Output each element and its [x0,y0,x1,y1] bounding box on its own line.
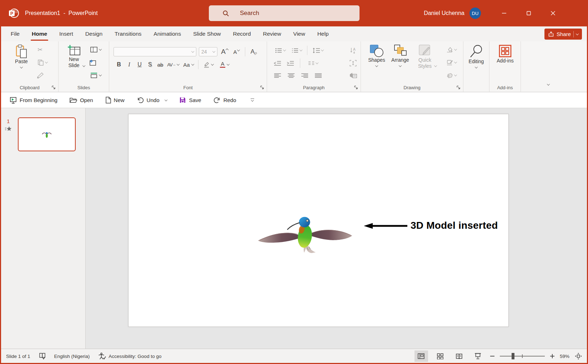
tab-home[interactable]: Home [26,26,53,41]
format-painter-button[interactable] [35,71,45,80]
slide-canvas[interactable]: 3D Model inserted [128,114,509,327]
numbering-button[interactable] [289,46,304,55]
zoom-slider-midpoint-tick [522,354,523,358]
reading-view-button[interactable] [452,350,466,362]
fit-slide-to-window-button[interactable] [575,353,582,360]
slide-thumbnail-1[interactable] [18,117,76,151]
from-beginning-button[interactable]: From Beginning [10,97,57,104]
search-input[interactable]: Search [209,5,360,21]
zoom-slider-thumb[interactable] [512,353,514,359]
tab-transitions[interactable]: Transitions [109,26,147,41]
zoom-out-button[interactable] [490,354,494,358]
bold-button[interactable]: B [114,60,124,69]
editing-button[interactable]: Editing [466,44,486,69]
collapse-ribbon-button[interactable] [544,80,553,89]
open-folder-icon [70,97,77,103]
increase-indent-button[interactable] [286,59,295,68]
font-color-button[interactable]: A [217,60,232,69]
normal-view-button[interactable] [414,350,428,362]
clear-formatting-button[interactable]: A [249,47,258,56]
tab-file[interactable]: File [5,26,26,41]
save-button[interactable]: Save [179,97,201,103]
slide-thumbnail-panel[interactable]: 1 [1,108,86,349]
font-name-combobox[interactable] [114,47,196,56]
tab-record[interactable]: Record [227,26,257,41]
zoom-in-button[interactable] [550,354,554,358]
underline-button[interactable]: U [135,60,144,69]
numbering-icon [292,48,298,53]
text-direction-button[interactable]: A [348,46,358,55]
align-center-button[interactable] [286,71,296,80]
decrease-indent-button[interactable] [273,59,282,68]
redo-button[interactable]: Redo [213,97,236,103]
align-right-button[interactable] [300,71,309,80]
share-chevron-down-icon [576,32,579,35]
drawing-dialog-launcher[interactable] [456,85,461,90]
quick-styles-button[interactable]: Quick Styles [414,44,436,69]
slideshow-view-button[interactable] [471,350,485,362]
shape-outline-icon [447,60,453,65]
avatar[interactable]: DU [469,7,481,19]
new-slide-button[interactable]: New Slide [63,44,85,69]
shrink-font-button[interactable]: A [232,47,241,56]
columns-button[interactable] [305,59,321,68]
shape-effects-button[interactable] [444,71,459,80]
reset-slide-button[interactable] [88,58,97,67]
new-button[interactable]: New [105,97,125,103]
tab-slide-show[interactable]: Slide Show [187,26,227,41]
animation-star-icon[interactable] [5,126,12,133]
cut-button[interactable]: ✂ [35,45,45,54]
arrange-button[interactable]: Arrange [390,44,411,67]
tab-design[interactable]: Design [79,26,109,41]
zoom-level[interactable]: 59% [560,354,569,359]
font-size-combobox[interactable]: 24 [199,47,217,56]
tab-insert[interactable]: Insert [53,26,79,41]
copy-button[interactable] [35,58,50,67]
tab-view[interactable]: View [287,26,311,41]
shapes-button[interactable]: Shapes [367,44,387,67]
language-button[interactable]: English (Nigeria) [54,354,90,359]
minimize-button[interactable] [496,0,512,26]
bullets-icon [275,48,282,53]
text-shadow-button[interactable]: S [145,60,155,69]
grow-font-button[interactable]: A [220,47,229,56]
slide-sorter-view-button[interactable] [433,350,447,362]
font-dialog-launcher[interactable] [260,85,265,90]
undo-button[interactable]: Undo [137,97,167,103]
shape-fill-button[interactable] [444,45,459,54]
paragraph-dialog-launcher[interactable] [354,85,359,90]
align-left-button[interactable] [273,71,282,80]
change-case-chevron-down-icon [191,62,194,65]
share-button[interactable]: Share [544,29,582,40]
section-chevron-down-icon [99,73,101,76]
align-text-button[interactable] [348,59,358,68]
strikethrough-button[interactable]: ab [156,60,165,69]
tab-review[interactable]: Review [257,26,287,41]
justify-button[interactable] [313,71,323,80]
accessibility-checker-button[interactable]: Accessibility: Good to go [98,353,161,360]
change-case-button[interactable]: Aa [181,60,196,69]
italic-button[interactable]: I [125,60,134,69]
3d-model-hummingbird[interactable] [256,213,354,253]
text-highlight-button[interactable] [201,60,216,69]
quick-styles-label: Quick Styles [417,57,433,69]
clipboard-dialog-launcher[interactable] [51,85,56,90]
open-button[interactable]: Open [70,97,93,103]
spell-check-button[interactable] [39,353,46,360]
line-spacing-button[interactable] [310,46,326,55]
bullets-button[interactable] [273,46,288,55]
addins-button[interactable]: Add-ins [495,44,516,64]
character-spacing-button[interactable]: AV ↔ [166,60,180,69]
qat-overflow-button[interactable] [251,98,254,102]
tab-animations[interactable]: Animations [147,26,187,41]
section-button[interactable] [88,71,104,80]
maximize-button[interactable] [521,0,537,26]
zoom-slider[interactable] [500,356,545,357]
shape-outline-button[interactable] [444,58,459,67]
slide-layout-button[interactable] [88,45,104,54]
convert-to-smartart-button[interactable] [348,71,358,80]
tab-help[interactable]: Help [311,26,335,41]
drawing-group: Shapes Arrange Quick Styles [361,41,463,92]
paste-button[interactable]: Paste [11,44,32,69]
close-button[interactable] [545,0,561,26]
